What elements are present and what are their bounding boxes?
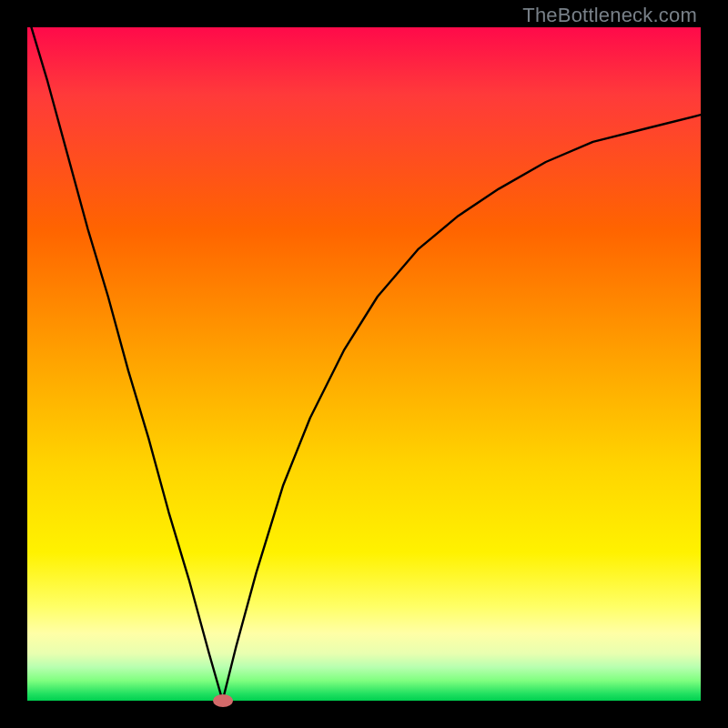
bottleneck-curve: [27, 27, 701, 701]
plot-area: [27, 27, 701, 701]
optimum-marker: [213, 694, 233, 707]
chart-frame: TheBottleneck.com: [0, 0, 728, 728]
watermark-label: TheBottleneck.com: [522, 4, 697, 27]
curve-left-branch: [27, 14, 223, 701]
curve-right-branch: [223, 115, 701, 701]
